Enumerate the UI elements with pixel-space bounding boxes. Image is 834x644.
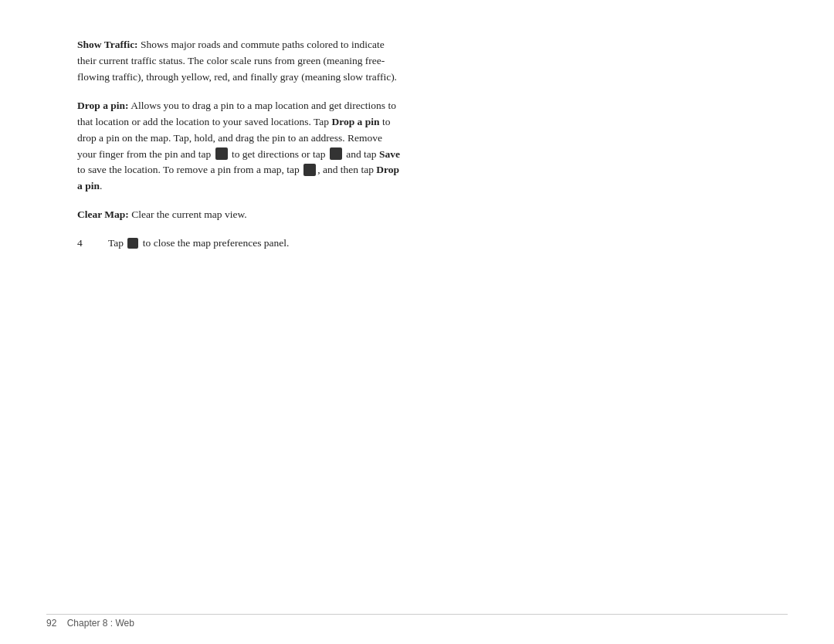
step-4-number: 4 xyxy=(77,236,108,252)
step-4-tap-prefix: Tap xyxy=(108,237,126,249)
drop-a-pin-save-label: Save xyxy=(379,148,400,160)
drop-a-pin-label: Drop a pin: xyxy=(77,100,129,111)
directions-icon xyxy=(215,147,228,160)
drop-a-pin-paragraph: Drop a pin: Allows you to drag a pin to … xyxy=(77,98,402,195)
save-location-icon xyxy=(330,147,342,160)
chapter-label: Chapter 8 : Web xyxy=(67,618,134,629)
footer-divider xyxy=(46,614,788,615)
page-content: Show Traffic: Shows major roads and comm… xyxy=(77,37,402,264)
step-4-row: 4 Tap to close the map preferences panel… xyxy=(77,236,402,252)
show-traffic-label: Show Traffic: xyxy=(77,39,138,50)
clear-map-paragraph: Clear Map: Clear the current map view. xyxy=(77,207,402,223)
remove-pin-icon xyxy=(303,164,316,176)
step-4-text: Tap to close the map preferences panel. xyxy=(108,236,402,252)
drop-a-pin-end: . xyxy=(100,180,102,192)
drop-a-pin-mid3: and tap xyxy=(344,148,379,160)
show-traffic-paragraph: Show Traffic: Shows major roads and comm… xyxy=(77,37,402,86)
clear-map-label: Clear Map: xyxy=(77,208,129,220)
drop-a-pin-mid4: to save the location. To remove a pin fr… xyxy=(77,164,302,175)
footer: 92 Chapter 8 : Web xyxy=(46,618,134,629)
page-number: 92 xyxy=(46,618,56,629)
drop-a-pin-bold1: Drop a pin xyxy=(331,116,379,127)
drop-a-pin-mid5: , and then tap xyxy=(317,164,376,175)
clear-map-text: Clear the current map view. xyxy=(129,208,247,220)
step-4-description: to close the map preferences panel. xyxy=(140,237,289,249)
close-panel-icon xyxy=(127,238,138,249)
drop-a-pin-mid2: to get directions or tap xyxy=(229,148,328,160)
